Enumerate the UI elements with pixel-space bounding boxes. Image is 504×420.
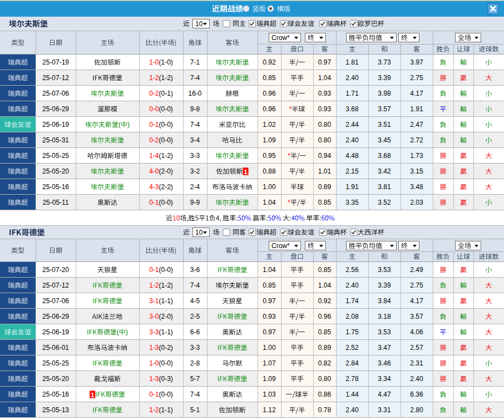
svg-text:0.80: 0.80 <box>318 136 332 144</box>
svg-text:3.42: 3.42 <box>378 167 391 175</box>
svg-text:2.40: 2.40 <box>345 136 359 144</box>
svg-text:1.73: 1.73 <box>410 152 423 160</box>
svg-text:3.35: 3.35 <box>345 199 359 206</box>
svg-text:1.03: 1.03 <box>263 391 276 398</box>
svg-text:): ) <box>126 328 128 336</box>
svg-text:4.47: 4.47 <box>378 391 391 398</box>
svg-text:3.57: 3.57 <box>378 105 391 113</box>
svg-text:25-07-12: 25-07-12 <box>42 74 69 82</box>
svg-text:1-3(0-3): 1-3(0-3) <box>149 375 173 383</box>
svg-text:1: 1 <box>244 169 247 175</box>
svg-text:0.97: 0.97 <box>263 297 276 305</box>
svg-text:2.40: 2.40 <box>345 281 359 289</box>
svg-text:1.04: 1.04 <box>263 199 276 206</box>
svg-text:0.85: 0.85 <box>318 199 332 206</box>
svg-text:3-0(2-0): 3-0(2-0) <box>149 313 173 320</box>
svg-text:2.08: 2.08 <box>345 313 359 320</box>
svg-text:3.81: 3.81 <box>378 183 391 191</box>
svg-text:25-06-19: 25-06-19 <box>42 328 69 336</box>
svg-text:2.75: 2.75 <box>410 281 423 289</box>
svg-text:0.93: 0.93 <box>263 313 276 320</box>
svg-text:1-4(1-2): 1-4(1-2) <box>149 152 173 160</box>
svg-text:0.80: 0.80 <box>318 121 332 129</box>
svg-text:1.00: 1.00 <box>263 344 276 352</box>
svg-text:2.40: 2.40 <box>345 74 359 82</box>
svg-text:25-05-25: 25-05-25 <box>42 152 69 160</box>
svg-text:2.84: 2.84 <box>345 359 359 367</box>
svg-text:25-05-16: 25-05-16 <box>42 391 69 398</box>
svg-text:0.78: 0.78 <box>318 406 332 414</box>
svg-text:3.68: 3.68 <box>378 152 391 160</box>
svg-text:0.94: 0.94 <box>318 152 332 160</box>
svg-text:0.96: 0.96 <box>318 313 332 320</box>
svg-text:3.47: 3.47 <box>378 344 391 352</box>
svg-text:0.96: 0.96 <box>263 105 276 113</box>
svg-text:2.47: 2.47 <box>410 121 423 129</box>
svg-text:1-3(0-2): 1-3(0-2) <box>149 344 173 352</box>
svg-text:25-05-20: 25-05-20 <box>42 167 69 175</box>
svg-text:3.52: 3.52 <box>378 199 391 206</box>
svg-text:4.48: 4.48 <box>345 152 359 160</box>
svg-text:3.51: 3.51 <box>378 121 391 129</box>
svg-text:2.80: 2.80 <box>410 406 423 414</box>
svg-text:1.44: 1.44 <box>345 391 359 398</box>
svg-text:25-05-20: 25-05-20 <box>42 375 69 383</box>
svg-text:3.57: 3.57 <box>410 313 423 320</box>
svg-text:3.45: 3.45 <box>378 136 391 144</box>
svg-text:0.93: 0.93 <box>318 105 332 113</box>
svg-text:3.73: 3.73 <box>378 58 391 66</box>
svg-text:3.53: 3.53 <box>378 328 391 336</box>
svg-text:25-07-20: 25-07-20 <box>42 266 69 274</box>
svg-text:16-0: 16-0 <box>188 90 201 97</box>
svg-text:0.88: 0.88 <box>263 167 276 175</box>
svg-text:25-07-19: 25-07-19 <box>42 58 69 66</box>
svg-text:25-07-12: 25-07-12 <box>42 281 69 289</box>
svg-text:4-3(2-2): 4-3(2-2) <box>149 183 173 191</box>
svg-text:3-3: 3-3 <box>190 344 200 352</box>
svg-text:1.07: 1.07 <box>263 359 276 367</box>
svg-text:0.97: 0.97 <box>318 58 332 66</box>
svg-text:4.17: 4.17 <box>410 90 423 97</box>
svg-text:1: 1 <box>91 392 94 398</box>
svg-text:2.40: 2.40 <box>345 406 359 414</box>
svg-text:3-1(1-1): 3-1(1-1) <box>149 297 173 305</box>
svg-text:25-06-29: 25-06-29 <box>42 313 69 320</box>
svg-text:10: 10 <box>195 20 203 28</box>
svg-text:Crow*: Crow* <box>271 242 290 250</box>
svg-text:4-5: 4-5 <box>190 297 200 305</box>
svg-text:2.78: 2.78 <box>345 375 359 383</box>
svg-text:4.17: 4.17 <box>410 297 423 305</box>
svg-text:4-0(2-0): 4-0(2-0) <box>149 167 173 175</box>
svg-text:0-1(0-0): 0-1(0-0) <box>149 266 173 274</box>
svg-text:3-3(1-1): 3-3(1-1) <box>149 328 173 336</box>
svg-text:25-06-01: 25-06-01 <box>42 344 69 352</box>
svg-text:0.92: 0.92 <box>263 58 276 66</box>
svg-text:1-0(0-0): 1-0(0-0) <box>149 359 173 367</box>
svg-text:9-8: 9-8 <box>190 105 200 113</box>
svg-text:0.85: 0.85 <box>318 266 332 274</box>
svg-text:4.06: 4.06 <box>410 328 423 336</box>
svg-text:1.04: 1.04 <box>318 74 332 82</box>
svg-text:5-1: 5-1 <box>190 406 200 414</box>
svg-text:0.93: 0.93 <box>318 90 332 97</box>
svg-text:25-05-25: 25-05-25 <box>42 359 69 367</box>
svg-text:0.85: 0.85 <box>263 74 276 82</box>
svg-text:7-4: 7-4 <box>190 121 200 129</box>
svg-text:3.39: 3.39 <box>378 281 391 289</box>
svg-text:0-2(0-1): 0-2(0-1) <box>149 90 173 97</box>
svg-text:1-2(1-2): 1-2(1-2) <box>149 281 173 289</box>
svg-text:(: ( <box>117 328 119 336</box>
svg-text:9-9: 9-9 <box>190 199 200 206</box>
svg-text:3.53: 3.53 <box>378 266 391 274</box>
svg-text:2.52: 2.52 <box>345 344 359 352</box>
svg-text:3-6: 3-6 <box>190 266 200 274</box>
svg-text:0-0(0-0): 0-0(0-0) <box>149 105 173 113</box>
svg-text:2.03: 2.03 <box>410 199 423 206</box>
svg-text:1.91: 1.91 <box>345 183 359 191</box>
svg-text:3.97: 3.97 <box>410 58 423 66</box>
svg-text:6-6: 6-6 <box>190 328 200 336</box>
svg-text:0.96: 0.96 <box>263 90 276 97</box>
svg-text:0.95: 0.95 <box>263 152 276 160</box>
svg-text:1.91: 1.91 <box>410 105 423 113</box>
svg-text:25-05-11: 25-05-11 <box>42 199 68 206</box>
